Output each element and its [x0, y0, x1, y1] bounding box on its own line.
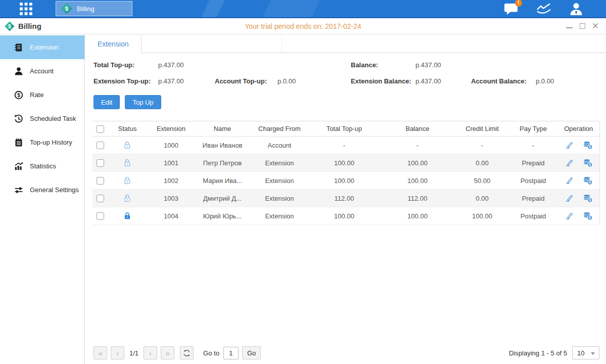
page-size-select[interactable]: 10	[572, 346, 599, 359]
svg-text:$: $	[589, 163, 591, 167]
page-size-value: 10	[577, 349, 584, 357]
col-charged-from: Charged From	[250, 121, 309, 136]
row-checkbox[interactable]	[97, 195, 104, 202]
status-lock-icon	[108, 136, 147, 154]
messages-icon[interactable]: !	[503, 1, 520, 16]
cell-operation: $	[558, 207, 599, 225]
row-checkbox[interactable]	[97, 142, 104, 149]
extension-balance-label: Extension Balance:	[351, 77, 415, 85]
row-topup-icon[interactable]: $	[583, 158, 593, 168]
tabstrip-empty-slot	[142, 34, 282, 53]
sidebar-item-extension[interactable]: Extension	[0, 35, 84, 59]
edit-button[interactable]: Edit	[94, 95, 120, 109]
col-total-topup: Total Top-up	[309, 121, 379, 136]
table-row[interactable]: 1002 Мария Ива... Extension 100.00 100.0…	[92, 172, 599, 190]
app-grid-icon[interactable]	[16, 1, 35, 16]
total-topup-label: Total Top-up:	[94, 61, 158, 69]
cell-balance: 100.00	[379, 172, 456, 190]
row-edit-icon[interactable]	[565, 158, 574, 167]
row-checkbox[interactable]	[97, 177, 104, 185]
table-row[interactable]: 1001 Петр Петров Extension 100.00 100.00…	[92, 154, 599, 172]
billing-diamond-icon: $	[5, 21, 15, 31]
goto-page-input[interactable]	[223, 347, 239, 359]
row-checkbox[interactable]	[97, 212, 104, 220]
goto-label: Go to	[203, 349, 219, 357]
cell-charged-from: Extension	[250, 190, 309, 207]
cell-credit-limit: 100.00	[456, 207, 508, 225]
tabstrip-filler	[282, 34, 606, 53]
svg-text:$: $	[589, 145, 591, 149]
table-row[interactable]: 1000 Иван Иванов Account - - - -	[92, 136, 599, 154]
sidebar-item-label: General Settings	[30, 186, 79, 194]
svg-text:$: $	[589, 216, 591, 220]
window-title: Billing	[18, 22, 41, 30]
select-all-checkbox[interactable]	[97, 125, 104, 133]
row-edit-icon[interactable]	[565, 194, 574, 203]
cell-credit-limit: -	[456, 136, 508, 154]
table-row[interactable]: 1004 Юрий Юрь... Extension 100.00 100.00…	[92, 207, 599, 225]
cell-name: Иван Иванов	[195, 136, 250, 154]
billing-summary: Total Top-up: p.437.00 Balance: p.437.00…	[85, 61, 606, 85]
statistics-icon	[14, 162, 23, 171]
memo-icon	[14, 138, 23, 147]
sidebar-item-general-settings[interactable]: General Settings	[0, 178, 84, 202]
last-page-button[interactable]: »	[161, 346, 174, 359]
col-operation: Operation	[558, 121, 599, 136]
topbar: $ Billing !	[0, 0, 606, 18]
tab-extension[interactable]: Extension	[85, 34, 142, 53]
ledger-icon	[14, 43, 23, 52]
minimize-icon[interactable]	[566, 23, 573, 30]
cell-total-topup: 100.00	[309, 172, 379, 190]
svg-text:$: $	[8, 23, 11, 29]
row-edit-icon[interactable]	[565, 141, 574, 150]
user-icon[interactable]	[568, 1, 585, 16]
row-topup-icon[interactable]: $	[583, 194, 593, 203]
cell-extension: 1000	[147, 136, 195, 154]
sidebar-item-statistics[interactable]: Statistics	[0, 154, 84, 178]
total-topup-value: p.437.00	[158, 61, 215, 69]
history-clock-icon	[14, 114, 23, 123]
account-topup-label: Account Top-up:	[215, 77, 277, 85]
first-page-button[interactable]: «	[94, 346, 107, 359]
sidebar-item-account[interactable]: Account	[0, 59, 84, 83]
cell-name: Дмитрий Д...	[195, 190, 250, 207]
close-icon[interactable]: ✕	[592, 23, 599, 30]
row-edit-icon[interactable]	[565, 176, 574, 185]
cell-pay-type: Prepaid	[508, 190, 558, 207]
cell-credit-limit: 50.00	[456, 172, 508, 190]
top-up-button[interactable]: Top Up	[125, 95, 161, 109]
go-button[interactable]: Go	[242, 346, 261, 359]
prev-page-button[interactable]: ‹	[111, 346, 124, 359]
row-topup-icon[interactable]: $	[583, 176, 593, 186]
cell-operation: $	[558, 190, 599, 207]
cell-pay-type: Prepaid	[508, 154, 558, 172]
status-lock-icon	[108, 207, 147, 225]
sidebar-item-scheduled-task[interactable]: Scheduled Task	[0, 107, 84, 130]
taskbar-tab-label: Billing	[77, 5, 95, 13]
window-titlebar: $ Billing Your trial period ends on: 201…	[0, 18, 606, 34]
maximize-icon[interactable]	[579, 23, 586, 30]
reports-icon[interactable]	[535, 1, 552, 16]
extensions-table: Status Extension Name Charged From Total…	[92, 121, 600, 225]
col-pay-type: Pay Type	[508, 121, 558, 136]
status-lock-icon	[108, 154, 147, 172]
sidebar-item-topup-history[interactable]: Top-up History	[0, 130, 84, 154]
next-page-button[interactable]: ›	[144, 346, 157, 359]
col-credit-limit: Credit Limit	[456, 121, 508, 136]
row-edit-icon[interactable]	[565, 211, 574, 220]
cell-total-topup: -	[309, 136, 379, 154]
row-topup-icon[interactable]: $	[583, 211, 593, 221]
row-checkbox[interactable]	[97, 159, 104, 167]
taskbar-billing-tab[interactable]: $ Billing	[56, 1, 132, 16]
svg-text:$: $	[589, 198, 591, 202]
window-controls: ✕	[566, 23, 599, 30]
row-topup-icon[interactable]: $	[583, 141, 593, 150]
account-topup-value: p.0.00	[277, 77, 351, 85]
account-balance-value: p.0.00	[536, 77, 606, 85]
table-row[interactable]: 1003 Дмитрий Д... Extension 112.00 112.0…	[92, 190, 599, 207]
refresh-button[interactable]	[180, 346, 194, 359]
sliders-icon	[14, 186, 23, 195]
sidebar-item-rate[interactable]: $ Rate	[0, 83, 84, 107]
cell-extension: 1004	[147, 207, 195, 225]
tab-label: Extension	[98, 40, 128, 48]
